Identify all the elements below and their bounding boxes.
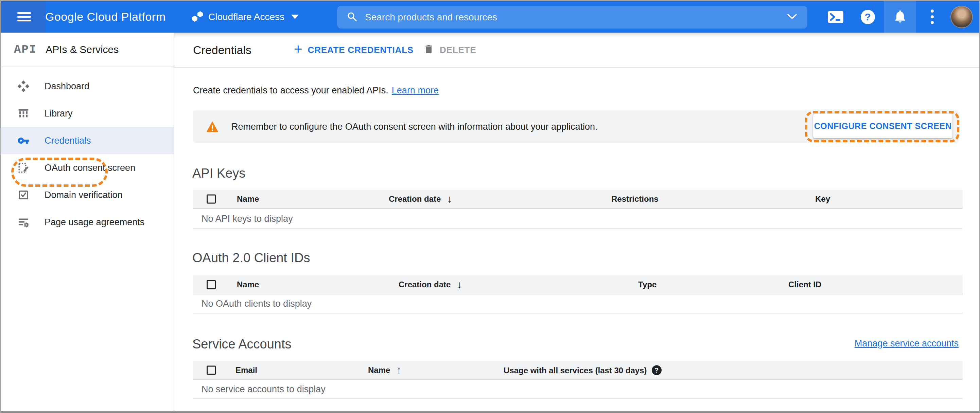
- column-header-type: Type: [638, 280, 657, 289]
- trash-icon: [423, 43, 434, 57]
- delete-button[interactable]: DELETE: [423, 33, 476, 67]
- usage-help-icon[interactable]: ?: [652, 365, 662, 375]
- cloud-shell-icon: [828, 11, 843, 23]
- sidebar-item-dashboard[interactable]: Dashboard: [1, 73, 173, 100]
- api-logo: API: [14, 43, 37, 56]
- learn-more-link[interactable]: Learn more: [392, 85, 439, 96]
- column-header-restrictions: Restrictions: [611, 194, 659, 204]
- warning-icon: [205, 120, 220, 135]
- sidebar-title: APIs & Services: [46, 44, 119, 56]
- column-header-name[interactable]: Name ↑: [368, 365, 401, 375]
- project-name: Cloudflare Access: [208, 11, 285, 22]
- project-switcher[interactable]: Cloudflare Access: [191, 1, 299, 33]
- column-header-name: Name: [237, 280, 259, 289]
- oauth-clients-empty-state: No OAuth clients to display: [202, 299, 312, 309]
- service-accounts-table-header: Email Name ↑ Usage with all services (la…: [193, 361, 963, 380]
- column-header-name: Name: [237, 194, 259, 204]
- service-accounts-section-title: Service Accounts: [192, 337, 291, 351]
- divider: [193, 228, 963, 229]
- top-app-bar: Google Cloud Platform Cloudflare Access: [1, 1, 979, 33]
- oauth-clients-select-all-checkbox[interactable]: [207, 280, 216, 289]
- sidebar-item-page-usage-agreements[interactable]: Page usage agreements: [1, 208, 173, 236]
- toolbar-divider: [174, 67, 979, 68]
- plus-icon: +: [294, 42, 302, 56]
- avatar[interactable]: [950, 6, 973, 28]
- sidebar-item-library[interactable]: Library: [1, 100, 173, 127]
- banner-message: Remember to configure the OAuth consent …: [231, 110, 598, 143]
- configure-consent-screen-button[interactable]: CONFIGURE CONSENT SCREEN: [813, 114, 953, 138]
- sidebar-item-credentials[interactable]: Credentials: [1, 127, 173, 154]
- project-hexagons-icon: [191, 10, 204, 24]
- oauth-clients-section-title: OAuth 2.0 Client IDs: [192, 251, 310, 265]
- sidebar-header: API APIs & Services: [1, 33, 173, 67]
- column-header-client-id: Client ID: [788, 280, 821, 289]
- api-keys-select-all-checkbox[interactable]: [207, 195, 216, 204]
- column-header-usage: Usage with all services (last 30 days) ?: [504, 365, 662, 375]
- hamburger-menu-icon[interactable]: [18, 12, 31, 22]
- column-header-creation-date[interactable]: Creation date ↓: [399, 280, 462, 290]
- sidebar-item-oauth-consent-screen[interactable]: OAuth consent screen: [1, 154, 173, 181]
- chevron-down-icon: [291, 14, 299, 19]
- divider: [193, 313, 963, 313]
- search-bar[interactable]: [337, 6, 807, 29]
- gcp-console-window: Google Cloud Platform Cloudflare Access: [0, 0, 980, 413]
- divider: [193, 399, 963, 399]
- sort-desc-icon: ↓: [447, 194, 452, 204]
- library-icon: [18, 107, 30, 119]
- consent-warning-banner: Remember to configure the OAuth consent …: [193, 110, 959, 143]
- intro-text: Create credentials to access your enable…: [193, 83, 439, 98]
- page-usage-agreements-icon: [18, 216, 30, 228]
- oauth-clients-table-header: Name Creation date ↓ Type Client ID: [193, 275, 963, 294]
- domain-verification-icon: [18, 189, 30, 201]
- help-button[interactable]: ?: [851, 1, 884, 33]
- dashboard-icon: [18, 80, 30, 92]
- column-header-key: Key: [815, 194, 830, 204]
- topbar-actions: ?: [819, 1, 979, 33]
- sort-desc-icon: ↓: [457, 280, 462, 290]
- search-input[interactable]: [365, 12, 787, 23]
- sort-asc-icon: ↑: [396, 365, 401, 375]
- service-accounts-empty-state: No service accounts to display: [202, 384, 326, 395]
- more-options-button[interactable]: [916, 1, 948, 33]
- consent-screen-icon: [18, 162, 30, 174]
- create-credentials-button[interactable]: + CREATE CREDENTIALS: [294, 33, 414, 67]
- notifications-button[interactable]: [884, 1, 916, 33]
- column-header-creation-date[interactable]: Creation date ↓: [389, 194, 452, 204]
- bell-icon: [892, 9, 908, 25]
- help-icon: ?: [861, 10, 875, 24]
- api-keys-table-header: Name Creation date ↓ Restrictions Key: [193, 190, 963, 209]
- search-icon: [347, 11, 358, 24]
- sidebar-item-domain-verification[interactable]: Domain verification: [1, 181, 173, 208]
- manage-service-accounts-link[interactable]: Manage service accounts: [854, 338, 959, 349]
- page-title: Credentials: [193, 33, 251, 67]
- api-keys-section-title: API Keys: [192, 166, 245, 181]
- cloud-shell-button[interactable]: [819, 1, 851, 33]
- column-header-email: Email: [235, 365, 257, 375]
- kebab-menu-icon: [931, 10, 934, 24]
- search-expand-chevron-icon[interactable]: [787, 14, 797, 21]
- sidebar: API APIs & Services Dashboard: [1, 33, 174, 411]
- service-accounts-select-all-checkbox[interactable]: [207, 366, 216, 375]
- api-keys-empty-state: No API keys to display: [202, 214, 293, 224]
- product-logo[interactable]: Google Cloud Platform: [45, 1, 165, 33]
- key-icon: [18, 135, 30, 147]
